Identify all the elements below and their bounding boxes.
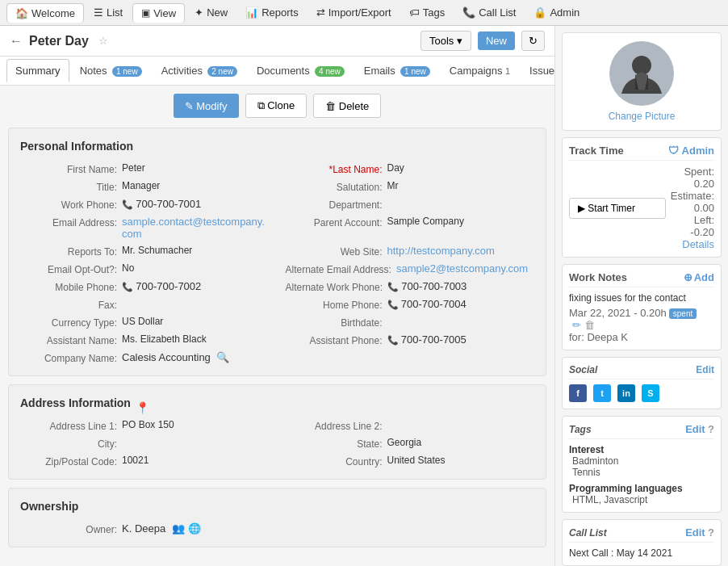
main-container: ← Peter Day ☆ Tools ▾ New ↻ Summary Note… xyxy=(0,26,728,566)
nav-reports[interactable]: 📊 Reports xyxy=(237,3,307,22)
call-list-edit-link[interactable]: Edit ? xyxy=(685,526,714,539)
zip-value: 10021 xyxy=(122,455,270,466)
call-list-title: Call List xyxy=(569,527,607,539)
back-button[interactable]: ← xyxy=(10,34,23,48)
currency-row: Currency Type: US Dollar xyxy=(20,316,270,329)
clone-button[interactable]: ⧉ Clone xyxy=(245,94,308,118)
tab-activities[interactable]: Activities 2 new xyxy=(153,59,246,82)
action-buttons: ✎ Modify ⧉ Clone 🗑 Delete xyxy=(8,94,546,118)
nav-view[interactable]: ▣ View xyxy=(132,3,185,23)
tab-notes[interactable]: Notes 1 new xyxy=(71,59,151,82)
state-label: State: xyxy=(286,437,383,450)
address2-label: Address Line 2: xyxy=(286,419,383,432)
work-notes-header: Work Notes ⊕ Add xyxy=(569,271,714,287)
start-timer-button[interactable]: ▶ Start Timer xyxy=(569,198,666,219)
home-phone-value: 📞 700-700-7004 xyxy=(387,298,535,310)
last-name-label: *Last Name: xyxy=(286,162,383,175)
details-link[interactable]: Details xyxy=(671,238,714,250)
tags-icon: 🏷 xyxy=(409,6,420,19)
facebook-icon[interactable]: f xyxy=(569,384,587,402)
tags-edit-link[interactable]: Edit ? xyxy=(685,423,714,435)
country-row: Country: United States xyxy=(286,455,535,467)
assistant-phone-value: 📞 700-700-7005 xyxy=(387,333,535,346)
owner-globe-icon[interactable]: 🌐 xyxy=(188,522,201,535)
tab-issues[interactable]: Issues 1 new xyxy=(521,59,554,82)
nav-tags[interactable]: 🏷 Tags xyxy=(401,3,453,22)
website-label: Web Site: xyxy=(286,245,383,258)
delete-note-icon[interactable]: 🗑 xyxy=(584,319,595,331)
phone-icon: 📞 xyxy=(462,6,475,19)
address-info-title: Address Information xyxy=(20,396,131,409)
company-name-value: Calesis Accounting 🔍 xyxy=(122,351,270,363)
email-optout-value: No xyxy=(122,262,270,274)
favorite-icon[interactable]: ☆ xyxy=(98,35,108,47)
linkedin-icon[interactable]: in xyxy=(617,384,635,402)
alt-work-phone-value: 📞 700-700-7003 xyxy=(387,280,534,292)
change-picture-link[interactable]: Change Picture xyxy=(609,111,676,122)
email-value: sample.contact@testcompany.com xyxy=(122,216,270,240)
work-notes-card: Work Notes ⊕ Add fixing issues for the c… xyxy=(562,264,722,350)
tab-summary[interactable]: Summary xyxy=(6,59,69,82)
assistant-phone-label: Assistant Phone: xyxy=(286,333,383,346)
parent-account-label: Parent Account: xyxy=(286,216,383,228)
social-edit-link[interactable]: Edit xyxy=(696,364,714,375)
alt-email-row: Alternate Email Address: sample2@testcom… xyxy=(286,262,535,275)
work-note-meta: Mar 22, 2021 - 0.20h spent ✏ 🗑 for: Deep… xyxy=(569,307,714,343)
call-list-header: Call List Edit ? xyxy=(569,526,714,543)
plus-circle-icon: ⊕ xyxy=(684,271,692,283)
phone-icon-alt: 📞 xyxy=(387,282,399,291)
list-icon: ☰ xyxy=(94,6,103,19)
prog-lang-value: HTML, Javascript xyxy=(569,494,714,505)
last-name-row: *Last Name: Day xyxy=(286,162,535,175)
call-list-card: Call List Edit ? Next Call : May 14 2021 xyxy=(562,519,722,566)
new-button[interactable]: New xyxy=(478,31,515,50)
owner-group-icon[interactable]: 👥 xyxy=(172,522,185,535)
emails-badge: 1 new xyxy=(400,66,430,77)
next-call-text: Next Call : May 14 2021 xyxy=(569,547,714,559)
edit-note-icon[interactable]: ✏ xyxy=(572,319,581,331)
refresh-button[interactable]: ↻ xyxy=(521,31,545,51)
nav-admin[interactable]: 🔒 Admin xyxy=(525,3,588,22)
interest-badminton: Badminton xyxy=(569,455,714,467)
nav-welcome[interactable]: 🏠 Welcome xyxy=(6,3,84,23)
email-link[interactable]: sample.contact@testcompany.com xyxy=(122,216,265,240)
email-optout-label: Email Opt-Out?: xyxy=(20,262,117,275)
prog-lang-group-title: Programming languages xyxy=(569,483,714,494)
add-work-note-link[interactable]: ⊕ Add xyxy=(684,271,714,283)
alt-email-link[interactable]: sample2@testcompany.com xyxy=(396,262,528,275)
owner-icons: 👥 🌐 xyxy=(172,522,201,535)
modify-button[interactable]: ✎ Modify xyxy=(174,94,239,118)
top-navigation: 🏠 Welcome ☰ List ▣ View ✦ New 📊 Reports … xyxy=(0,0,728,26)
website-link[interactable]: http://testcompany.com xyxy=(387,245,495,257)
parent-account-row: Parent Account: Sample Company xyxy=(286,216,535,240)
nav-call-list[interactable]: 📞 Call List xyxy=(454,3,524,22)
mobile-phone-value: 📞 700-700-7002 xyxy=(122,280,270,292)
parent-account-value: Sample Company xyxy=(387,216,535,227)
tab-campaigns[interactable]: Campaigns 1 xyxy=(441,59,519,82)
address-info-section: Address Information 📍 Address Line 1: PO… xyxy=(8,384,546,480)
assistant-name-label: Assistant Name: xyxy=(20,333,117,346)
skype-icon[interactable]: S xyxy=(642,384,659,402)
alt-work-phone-label: Alternate Work Phone: xyxy=(286,280,383,293)
nav-list[interactable]: ☰ List xyxy=(86,3,131,22)
zip-row: Zip/Postal Code: 10021 xyxy=(20,455,270,467)
import-export-icon: ⇄ xyxy=(316,6,325,19)
twitter-icon[interactable]: t xyxy=(593,384,611,402)
reports-to-value: Mr. Schumacher xyxy=(122,245,270,256)
nav-import-export[interactable]: ⇄ Import/Export xyxy=(308,3,400,22)
nav-new[interactable]: ✦ New xyxy=(186,3,236,22)
delete-button[interactable]: 🗑 Delete xyxy=(313,94,381,118)
tab-documents[interactable]: Documents 4 new xyxy=(248,59,354,82)
tools-button[interactable]: Tools ▾ xyxy=(420,31,471,51)
reports-to-row: Reports To: Mr. Schumacher xyxy=(20,245,270,258)
company-search-icon[interactable]: 🔍 xyxy=(216,351,229,363)
reports-icon: 📊 xyxy=(245,6,258,19)
tab-emails[interactable]: Emails 1 new xyxy=(355,59,439,82)
salutation-label: Salutation: xyxy=(286,180,383,193)
interest-tennis: Tennis xyxy=(569,467,714,478)
personal-info-title: Personal Information xyxy=(20,140,534,153)
phone-icon-work: 📞 xyxy=(122,199,133,209)
city-label: City: xyxy=(20,437,117,450)
admin-icon: 🔒 xyxy=(533,6,546,19)
admin-link[interactable]: 🛡 Admin xyxy=(668,145,714,157)
